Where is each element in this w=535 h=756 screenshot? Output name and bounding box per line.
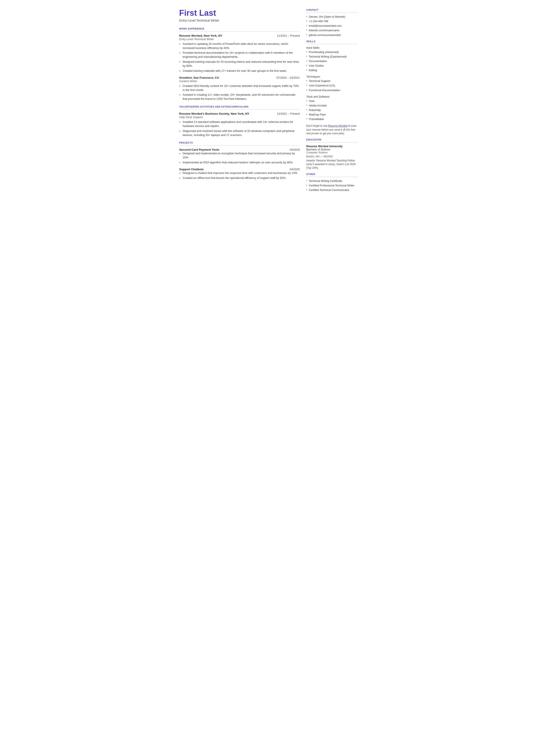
job-title-0: Entry-Level Technical Writer [179,38,300,41]
edu-school: Resume Worded University [306,145,358,148]
projects-heading: PROJECTS [179,141,300,144]
edu-degree: Bachelor of Science [306,148,358,151]
project-bullets-1: Designed a chatbot that improves the res… [179,171,300,180]
bullet-item: Created training materials with 17+ trai… [179,69,300,73]
projects-container: Secured Card Payment Tools04/2020Designe… [179,148,300,180]
contact-item: linkedin.com/in/username [306,28,358,32]
contact-divider [306,13,358,13]
skills-note: Don't forget to use Resume Worded to sca… [306,124,358,135]
tool-item: MadCap Flare [306,113,358,117]
project-name-0: Secured Card Payment Tools [179,148,219,151]
tools-list: VisioAdobe AcrobatRoboHelpMadCap FlareFr… [306,99,358,121]
techniques-list: Technical SupportUser Experience (UX)Fun… [306,79,358,92]
work-jobs-container: Resume Worded, New York, NY11/2021 – Pre… [179,34,300,101]
job-bullets-1: Created SEO-friendly content for 15+ cus… [179,84,300,101]
resume-worded-link[interactable]: Resume Worded [328,124,348,127]
project-bullets-0: Designed and implemented an encryption t… [179,152,300,165]
technique-item: User Experience (UX) [306,84,358,88]
other-heading: OTHER [306,173,358,176]
contact-item: +1-234-456-789 [306,19,358,23]
bullet-item: Assisted in creating 11+ video scripts, … [179,93,300,101]
work-job-0: Resume Worded, New York, NY11/2021 – Pre… [179,34,300,73]
job-company-1: Growthsi, San Francisco, CA [179,76,219,79]
project-0: Secured Card Payment Tools04/2020Designe… [179,148,300,165]
education-heading: EDUCATION [306,138,358,141]
bullet-item: Created an offline tool that boosts the … [179,176,300,180]
vol-dates-0: 12/2021 – Present [277,112,300,115]
bullet-item: Created SEO-friendly content for 15+ cus… [179,84,300,92]
project-date-1: 04/2020 [290,168,300,171]
project-date-0: 04/2020 [290,148,300,151]
right-column: CONTACT Denver, OH (Open to Remote)+1-23… [306,9,358,195]
edu-awards: Awards: Resume Worded Teaching Fellow (o… [306,159,358,170]
other-item: Technical Writing Certificate. [306,179,358,183]
tools-label: Tools and Software: [306,95,358,98]
hard-skill-item: Editing [306,68,358,72]
projects-divider [179,145,300,146]
job-company-0: Resume Worded, New York, NY [179,34,222,37]
bullet-item: Assisted in updating 18 months of PowerP… [179,42,300,50]
other-list: Technical Writing Certificate.Certified … [306,179,358,192]
tool-item: Visio [306,99,358,103]
hard-skill-item: Technical Writing (Experienced) [306,55,358,59]
bullet-item: Provided technical documentation for 15+… [179,51,300,59]
bullet-item: Diagnosed and resolved issues with the s… [179,129,300,137]
vol-company-0: Resume Worded's Business Society, New Yo… [179,112,249,115]
project-name-1: Support Chatbots [179,168,204,171]
edu-field: Computer Science [306,151,358,154]
skills-heading: SKILLS [306,40,358,43]
hard-skill-item: User Guides [306,64,358,68]
vol-bullets-0: Installed 13 standard software applicati… [179,120,300,137]
job-dates-1: 07/2020 – 10/2021 [276,76,300,79]
vol-job-0: Resume Worded's Business Society, New Yo… [179,112,300,137]
name: First Last [179,9,300,18]
bullet-item: Designed training manuals for 25 incomin… [179,60,300,68]
bullet-item: Designed a chatbot that improves the res… [179,171,300,175]
technique-item: Functional Documentation [306,88,358,92]
other-item: Certified Technical Communicator. [306,188,358,192]
other-item: Certified Professional Technical Writer. [306,183,358,187]
note-pre: Don't forget to use [306,124,328,127]
skills-divider [306,44,358,44]
job-title-1: Content Writer [179,79,300,83]
left-column: First Last Entry-Level Technical Writer … [179,9,300,195]
technique-item: Technical Support [306,79,358,83]
contact-item: github.com/resumeworded [306,33,358,37]
hard-skill-item: Proofreading (Advanced) [306,50,358,54]
hard-skills-list: Proofreading (Advanced)Technical Writing… [306,50,358,72]
tool-item: RoboHelp [306,108,358,112]
contact-item: Denver, OH (Open to Remote) [306,15,358,19]
work-job-1: Growthsi, San Francisco, CA07/2020 – 10/… [179,76,300,101]
hard-skill-item: Documentation [306,59,358,63]
contact-list: Denver, OH (Open to Remote)+1-234-456-78… [306,15,358,37]
contact-item: email@resumeworded.com [306,24,358,28]
job-dates-0: 11/2021 – Present [277,34,300,37]
bullet-item: Implemented an RSA algorithm that reduce… [179,160,300,165]
work-experience-heading: WORK EXPERIENCE [179,27,300,30]
contact-heading: CONTACT [306,9,358,11]
volunteering-heading: VOLUNTEERING ACTIVITIES AND EXTRACURRICU… [179,105,300,108]
vol-title-0: Help Desk Support [179,116,300,119]
bullet-item: Designed and implemented an encryption t… [179,152,300,160]
bullet-item: Installed 13 standard software applicati… [179,120,300,128]
techniques-label: Techniques: [306,75,358,78]
other-divider [306,177,358,177]
hard-skills-label: Hard Skills: [306,46,358,49]
tool-item: FrameMaker [306,117,358,121]
edu-location-date: Boston, MA — 06/2020 [306,155,358,158]
work-divider [179,31,300,32]
subtitle: Entry-Level Technical Writer [179,18,300,22]
tool-item: Adobe Acrobat [306,104,358,107]
volunteering-jobs-container: Resume Worded's Business Society, New Yo… [179,112,300,137]
project-1: Support Chatbots04/2020Designed a chatbo… [179,168,300,180]
job-bullets-0: Assisted in updating 18 months of PowerP… [179,42,300,73]
